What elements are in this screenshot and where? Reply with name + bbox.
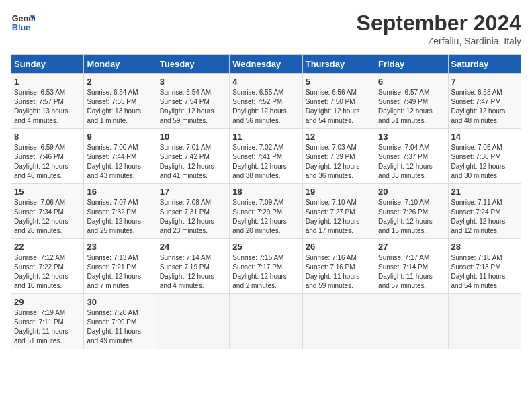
calendar-cell: 21Sunrise: 7:11 AM Sunset: 7:24 PM Dayli…: [448, 184, 521, 239]
calendar-cell: 22Sunrise: 7:12 AM Sunset: 7:22 PM Dayli…: [11, 239, 84, 294]
weekday-header-wednesday: Wednesday: [230, 55, 302, 74]
calendar-cell: [157, 294, 229, 349]
day-info: Sunrise: 6:53 AM Sunset: 7:57 PM Dayligh…: [14, 88, 81, 126]
day-info: Sunrise: 7:19 AM Sunset: 7:11 PM Dayligh…: [14, 308, 81, 346]
day-info: Sunrise: 7:10 AM Sunset: 7:27 PM Dayligh…: [306, 198, 372, 236]
day-number: 30: [87, 297, 153, 307]
day-number: 7: [451, 77, 518, 87]
calendar-cell: 27Sunrise: 7:17 AM Sunset: 7:14 PM Dayli…: [375, 239, 448, 294]
title-block: September 2024 Zerfaliu, Sardinia, Italy: [357, 11, 521, 46]
day-number: 25: [232, 242, 299, 252]
calendar-cell: 26Sunrise: 7:16 AM Sunset: 7:16 PM Dayli…: [302, 239, 375, 294]
day-number: 12: [306, 132, 372, 142]
calendar-week-1: 1Sunrise: 6:53 AM Sunset: 7:57 PM Daylig…: [11, 74, 521, 129]
day-info: Sunrise: 7:06 AM Sunset: 7:34 PM Dayligh…: [14, 198, 81, 236]
day-number: 28: [451, 242, 518, 252]
day-info: Sunrise: 7:00 AM Sunset: 7:44 PM Dayligh…: [87, 143, 153, 181]
day-number: 2: [87, 77, 153, 87]
day-number: 1: [14, 77, 81, 87]
day-info: Sunrise: 7:15 AM Sunset: 7:17 PM Dayligh…: [232, 253, 299, 291]
calendar-cell: 12Sunrise: 7:03 AM Sunset: 7:39 PM Dayli…: [302, 129, 375, 184]
calendar-cell: 14Sunrise: 7:05 AM Sunset: 7:36 PM Dayli…: [448, 129, 521, 184]
day-number: 21: [451, 187, 518, 197]
calendar-cell: 7Sunrise: 6:58 AM Sunset: 7:47 PM Daylig…: [448, 74, 521, 129]
day-number: 4: [232, 77, 299, 87]
calendar-cell: 15Sunrise: 7:06 AM Sunset: 7:34 PM Dayli…: [11, 184, 84, 239]
location: Zerfaliu, Sardinia, Italy: [357, 36, 521, 46]
calendar-cell: [375, 294, 448, 349]
day-number: 26: [306, 242, 372, 252]
weekday-header-monday: Monday: [84, 55, 157, 74]
day-info: Sunrise: 6:58 AM Sunset: 7:47 PM Dayligh…: [451, 88, 518, 126]
calendar-cell: 13Sunrise: 7:04 AM Sunset: 7:37 PM Dayli…: [375, 129, 448, 184]
day-info: Sunrise: 7:13 AM Sunset: 7:21 PM Dayligh…: [87, 253, 153, 291]
day-info: Sunrise: 7:20 AM Sunset: 7:09 PM Dayligh…: [87, 308, 153, 346]
day-info: Sunrise: 6:59 AM Sunset: 7:46 PM Dayligh…: [14, 143, 81, 181]
calendar-cell: [302, 294, 375, 349]
day-number: 5: [306, 77, 372, 87]
day-number: 11: [232, 132, 299, 142]
calendar-cell: 24Sunrise: 7:14 AM Sunset: 7:19 PM Dayli…: [157, 239, 229, 294]
weekday-header-thursday: Thursday: [302, 55, 375, 74]
day-info: Sunrise: 7:08 AM Sunset: 7:31 PM Dayligh…: [160, 198, 226, 236]
day-number: 18: [232, 187, 299, 197]
day-info: Sunrise: 7:18 AM Sunset: 7:13 PM Dayligh…: [451, 253, 518, 291]
day-info: Sunrise: 7:10 AM Sunset: 7:26 PM Dayligh…: [378, 198, 445, 236]
calendar-cell: 11Sunrise: 7:02 AM Sunset: 7:41 PM Dayli…: [230, 129, 302, 184]
day-number: 23: [87, 242, 153, 252]
calendar-body: 1Sunrise: 6:53 AM Sunset: 7:57 PM Daylig…: [11, 74, 521, 349]
day-info: Sunrise: 7:14 AM Sunset: 7:19 PM Dayligh…: [160, 253, 226, 291]
day-info: Sunrise: 7:12 AM Sunset: 7:22 PM Dayligh…: [14, 253, 81, 291]
calendar-cell: 17Sunrise: 7:08 AM Sunset: 7:31 PM Dayli…: [157, 184, 229, 239]
weekday-header-friday: Friday: [375, 55, 448, 74]
day-number: 10: [160, 132, 226, 142]
calendar-week-3: 15Sunrise: 7:06 AM Sunset: 7:34 PM Dayli…: [11, 184, 521, 239]
calendar-cell: 9Sunrise: 7:00 AM Sunset: 7:44 PM Daylig…: [84, 129, 157, 184]
day-info: Sunrise: 7:16 AM Sunset: 7:16 PM Dayligh…: [306, 253, 372, 291]
calendar-cell: 5Sunrise: 6:56 AM Sunset: 7:50 PM Daylig…: [302, 74, 375, 129]
day-number: 6: [378, 77, 445, 87]
day-info: Sunrise: 6:55 AM Sunset: 7:52 PM Dayligh…: [232, 88, 299, 126]
day-info: Sunrise: 7:07 AM Sunset: 7:32 PM Dayligh…: [87, 198, 153, 236]
day-number: 13: [378, 132, 445, 142]
calendar-cell: 16Sunrise: 7:07 AM Sunset: 7:32 PM Dayli…: [84, 184, 157, 239]
day-number: 27: [378, 242, 445, 252]
day-info: Sunrise: 7:11 AM Sunset: 7:24 PM Dayligh…: [451, 198, 518, 236]
day-number: 24: [160, 242, 226, 252]
day-number: 17: [160, 187, 226, 197]
day-info: Sunrise: 7:02 AM Sunset: 7:41 PM Dayligh…: [232, 143, 299, 181]
day-info: Sunrise: 6:56 AM Sunset: 7:50 PM Dayligh…: [306, 88, 372, 126]
day-number: 22: [14, 242, 81, 252]
day-number: 15: [14, 187, 81, 197]
calendar-cell: 20Sunrise: 7:10 AM Sunset: 7:26 PM Dayli…: [375, 184, 448, 239]
calendar-cell: 30Sunrise: 7:20 AM Sunset: 7:09 PM Dayli…: [84, 294, 157, 349]
day-number: 8: [14, 132, 81, 142]
day-number: 19: [306, 187, 372, 197]
calendar-cell: 28Sunrise: 7:18 AM Sunset: 7:13 PM Dayli…: [448, 239, 521, 294]
calendar-cell: 10Sunrise: 7:01 AM Sunset: 7:42 PM Dayli…: [157, 129, 229, 184]
logo-icon: General Blue: [11, 11, 35, 35]
day-info: Sunrise: 7:17 AM Sunset: 7:14 PM Dayligh…: [378, 253, 445, 291]
day-info: Sunrise: 7:05 AM Sunset: 7:36 PM Dayligh…: [451, 143, 518, 181]
day-info: Sunrise: 7:03 AM Sunset: 7:39 PM Dayligh…: [306, 143, 372, 181]
day-number: 3: [160, 77, 226, 87]
calendar-header-row: SundayMondayTuesdayWednesdayThursdayFrid…: [11, 55, 521, 74]
weekday-header-tuesday: Tuesday: [157, 55, 229, 74]
calendar-cell: 6Sunrise: 6:57 AM Sunset: 7:49 PM Daylig…: [375, 74, 448, 129]
month-title: September 2024: [357, 11, 521, 36]
day-number: 9: [87, 132, 153, 142]
weekday-header-sunday: Sunday: [11, 55, 84, 74]
calendar-cell: [448, 294, 521, 349]
svg-text:Blue: Blue: [12, 23, 30, 32]
day-info: Sunrise: 6:57 AM Sunset: 7:49 PM Dayligh…: [378, 88, 445, 126]
calendar-cell: 1Sunrise: 6:53 AM Sunset: 7:57 PM Daylig…: [11, 74, 84, 129]
day-info: Sunrise: 7:04 AM Sunset: 7:37 PM Dayligh…: [378, 143, 445, 181]
day-number: 29: [14, 297, 81, 307]
calendar-cell: [230, 294, 302, 349]
calendar-week-4: 22Sunrise: 7:12 AM Sunset: 7:22 PM Dayli…: [11, 239, 521, 294]
day-info: Sunrise: 6:54 AM Sunset: 7:55 PM Dayligh…: [87, 88, 153, 126]
calendar-cell: 19Sunrise: 7:10 AM Sunset: 7:27 PM Dayli…: [302, 184, 375, 239]
calendar-cell: 4Sunrise: 6:55 AM Sunset: 7:52 PM Daylig…: [230, 74, 302, 129]
day-number: 14: [451, 132, 518, 142]
calendar-cell: 18Sunrise: 7:09 AM Sunset: 7:29 PM Dayli…: [230, 184, 302, 239]
